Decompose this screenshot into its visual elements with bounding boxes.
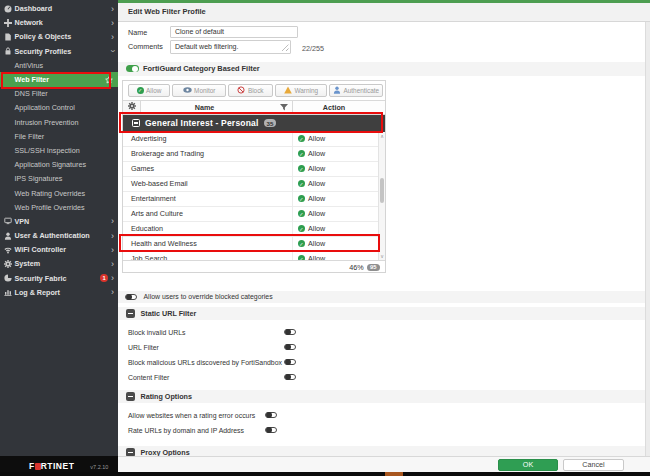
setting-toggle[interactable]	[284, 374, 296, 380]
setting-label: Block malicious URLs discovered by Forti…	[128, 358, 282, 365]
resize-handle-icon[interactable]	[282, 44, 289, 51]
ok-button[interactable]: OK	[498, 459, 558, 472]
setting-toggle[interactable]	[265, 412, 277, 418]
name-label: Name	[128, 28, 147, 37]
sidebar-item-application-signatures[interactable]: Application Signatures	[0, 158, 118, 172]
setting-toggle[interactable]	[284, 359, 296, 365]
wifi-icon	[4, 246, 12, 254]
sidebar-item-security-fabric[interactable]: Security Fabric1›	[0, 271, 118, 285]
button-label: Authenticate	[344, 87, 380, 94]
sidebar-item-network[interactable]: Network›	[0, 16, 118, 30]
chevron-right-icon: ›	[111, 217, 114, 225]
scroll-down-icon[interactable]: ∨	[379, 253, 385, 259]
scroll-thumb[interactable]	[380, 178, 384, 203]
category-row-job-search[interactable]: Job Search✓Allow	[123, 252, 385, 261]
sidebar-item-label: Web Profile Overrides	[15, 203, 85, 212]
eye-icon	[183, 87, 192, 93]
category-row-advertising[interactable]: Advertising✓Allow	[123, 132, 385, 147]
column-name-label: Name	[195, 103, 215, 112]
action-label: Allow	[308, 134, 325, 143]
sidebar-item-application-control[interactable]: Application Control	[0, 101, 118, 115]
percent-label: 46%	[349, 263, 363, 272]
category-name: Arts and Culture	[123, 207, 293, 221]
sidebar-item-file-filter[interactable]: File Filter	[0, 129, 118, 143]
lock-icon	[4, 47, 12, 55]
button-label: Warning	[294, 87, 318, 94]
sidebar-item-dns-filter[interactable]: DNS Filter	[0, 87, 118, 101]
category-row-web-based-email[interactable]: Web-based Email✓Allow	[123, 177, 385, 192]
monitor-button[interactable]: Monitor	[172, 84, 226, 97]
sidebar-item-label: Network	[15, 18, 43, 27]
sidebar-item-label: Application Control	[15, 103, 75, 112]
action-label: Allow	[308, 254, 325, 260]
setting-row-block-invalid-urls: Block invalid URLs	[118, 324, 645, 339]
category-action: ✓Allow	[293, 162, 385, 176]
sidebar-nav: Dashboard›Network›Policy & Objects›Secur…	[0, 0, 118, 299]
sidebar-item-intrusion-prevention[interactable]: Intrusion Prevention	[0, 115, 118, 129]
sidebar-item-label: Application Signatures	[15, 160, 87, 169]
chevron-right-icon: ›	[111, 274, 114, 282]
sidebar-item-dashboard[interactable]: Dashboard›	[0, 2, 118, 16]
person-icon	[333, 86, 341, 94]
warning-button[interactable]: Warning	[275, 84, 327, 97]
scroll-up-icon[interactable]: ∧	[379, 133, 385, 139]
section-header-static-url-filter[interactable]: Static URL Filter	[118, 307, 645, 320]
comments-textarea[interactable]: Default web filtering.	[170, 40, 291, 54]
category-name: Entertainment	[123, 192, 293, 206]
warning-icon	[284, 86, 292, 94]
name-input[interactable]: Clone of default	[170, 26, 298, 39]
allow-check-icon: ✓	[298, 180, 305, 187]
allow-button[interactable]: ✓Allow	[128, 84, 170, 97]
chevron-right-icon: ›	[111, 19, 114, 27]
override-row: Allow users to override blocked categori…	[118, 291, 645, 303]
fortiguard-category-row: FortiGuard Category Based Filter	[118, 62, 645, 76]
sidebar-item-vpn[interactable]: VPN›	[0, 214, 118, 228]
sidebar-item-policy-objects[interactable]: Policy & Objects›	[0, 30, 118, 44]
sidebar-item-user-authentication[interactable]: User & Authentication›	[0, 229, 118, 243]
sidebar-item-label: WiFi Controller	[15, 245, 66, 254]
collapse-icon[interactable]	[126, 309, 135, 318]
category-row-games[interactable]: Games✓Allow	[123, 162, 385, 177]
sidebar-item-label: VPN	[15, 217, 30, 226]
sidebar-item-web-rating-overrides[interactable]: Web Rating Overrides	[0, 186, 118, 200]
setting-toggle[interactable]	[265, 427, 277, 433]
button-label: Allow	[146, 87, 161, 94]
sidebar-item-system[interactable]: System›	[0, 257, 118, 271]
sidebar-item-log-report[interactable]: Log & Report›	[0, 285, 118, 299]
sidebar-item-web-profile-overrides[interactable]: Web Profile Overrides	[0, 200, 118, 214]
chevron-down-icon: ›	[109, 50, 117, 53]
sidebar-item-ips-signatures[interactable]: IPS Signatures	[0, 172, 118, 186]
setting-toggle[interactable]	[284, 329, 296, 335]
override-toggle[interactable]	[125, 294, 137, 300]
category-row-entertainment[interactable]: Entertainment✓Allow	[123, 192, 385, 207]
sidebar-item-ssl-ssh-inspection[interactable]: SSL/SSH Inspection	[0, 143, 118, 157]
annotation-box-general-interest	[119, 112, 383, 133]
setting-label: Allow websites when a rating error occur…	[128, 411, 255, 418]
sidebar-item-security-profiles[interactable]: Security Profiles›	[0, 44, 118, 58]
chevron-right-icon: ›	[111, 5, 114, 13]
setting-toggle[interactable]	[284, 344, 296, 350]
category-action: ✓Allow	[293, 192, 385, 206]
network-icon	[4, 19, 12, 27]
sidebar-item-label: IPS Signatures	[15, 174, 63, 183]
setting-label: URL Filter	[128, 343, 159, 350]
cancel-button[interactable]: Cancel	[563, 459, 624, 472]
notification-badge: 1	[100, 274, 108, 282]
sidebar-item-wifi-controller[interactable]: WiFi Controller›	[0, 243, 118, 257]
sidebar-item-antivirus[interactable]: AntiVirus	[0, 58, 118, 72]
category-row-arts-and-culture[interactable]: Arts and Culture✓Allow	[123, 207, 385, 222]
fortiguard-toggle[interactable]	[126, 65, 139, 73]
category-name: Job Search	[123, 252, 293, 261]
name-value: Clone of default	[175, 28, 224, 35]
block-button[interactable]: Block	[228, 84, 273, 97]
allow-check-icon: ✓	[298, 150, 305, 157]
collapse-icon[interactable]	[126, 392, 135, 401]
authenticate-button[interactable]: Authenticate	[329, 84, 383, 97]
category-name: Games	[123, 162, 293, 176]
bottom-taskbar	[0, 472, 650, 476]
category-row-brokerage-and-trading[interactable]: Brokerage and Trading✓Allow	[123, 147, 385, 162]
total-count-badge: 95	[367, 264, 380, 271]
main-scrollbar[interactable]	[645, 22, 650, 456]
section-header-rating-options[interactable]: Rating Options	[118, 390, 645, 403]
category-action: ✓Allow	[293, 252, 385, 261]
